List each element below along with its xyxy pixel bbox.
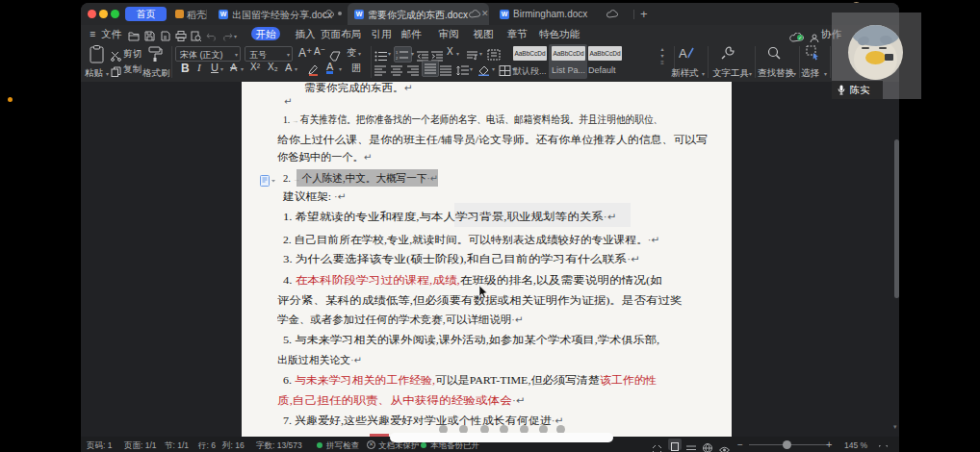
scroll-down-arrow[interactable]: ▾ (893, 423, 897, 431)
wps-writer-icon: W (354, 10, 364, 19)
document-tab[interactable]: W 出国留学经验分享.docx (212, 3, 347, 25)
select-icon[interactable] (806, 45, 821, 64)
cut-label[interactable]: 剪切 (123, 48, 142, 61)
docer-tab[interactable]: 稻壳 (187, 9, 206, 22)
paste-label[interactable]: 粘贴 (85, 67, 103, 80)
copy-icon[interactable] (111, 63, 121, 81)
doc-line: 1.→有关推荐信。把你准备找的一个老师的名字、电话、邮箱资料给我。并且注明他的职… (283, 112, 662, 127)
spellcheck-status-icon[interactable] (317, 442, 322, 448)
status-line: 行: 6 (198, 440, 216, 452)
fit-page-icon[interactable] (879, 440, 888, 452)
participant-name: 陈实 (850, 84, 869, 97)
zoom-percent[interactable]: 145 % (844, 440, 867, 450)
styles-scroll-buttons[interactable]: ▴▾≡ (658, 46, 667, 66)
protect-status-icon[interactable]: ✕ (367, 440, 375, 449)
shading-icon[interactable] (477, 63, 490, 80)
doc-line: 4. 在本科阶段学习过的课程,成绩,在班级的排名,以及需要说明的情况(如 (283, 272, 662, 288)
document-tab-title: 需要你完成的东西.docx (368, 9, 468, 22)
zoom-slider-knob[interactable] (783, 440, 791, 449)
ribbon-tab-6[interactable]: 视图 (472, 27, 496, 40)
ribbon-tab-4[interactable]: 邮件 (400, 27, 424, 40)
doc-line: 1. 希望就读的专业和程度,与本人学习背景,职业规划等的关系·↵ (283, 209, 616, 224)
font-color-button[interactable]: A (326, 61, 333, 74)
ribbon-tab-0[interactable]: 开始 (251, 27, 280, 40)
page-view-icon[interactable] (668, 439, 682, 450)
text-effects-button[interactable]: A (285, 62, 292, 73)
asian-layout-icon[interactable]: X (447, 46, 453, 57)
text-tools-icon[interactable] (720, 45, 735, 64)
vertical-scrollbar-thumb[interactable] (894, 139, 899, 298)
text-tools-label[interactable]: 文字工具 (712, 67, 749, 80)
highlight-color-icon[interactable] (307, 63, 320, 80)
format-painter-icon[interactable] (146, 45, 164, 66)
participant-name-label: 陈实 (832, 81, 883, 99)
ribbon-tab-1[interactable]: 插入 (294, 27, 318, 40)
line-spacing-icon[interactable] (456, 63, 469, 80)
align-center-icon[interactable] (391, 63, 402, 80)
web-view-icon[interactable] (703, 439, 712, 452)
doc-line: 你爸妈中的一个。↵ (277, 149, 372, 164)
distribute-icon[interactable] (440, 63, 451, 80)
font-size-combo[interactable]: 五号 ▾ (245, 46, 293, 62)
cloud-status-icon (469, 10, 481, 18)
wps-window: 首页 稻壳 W 出国留学经验分享.docx W 需要你完成的东西.docx ✕W… (81, 3, 899, 452)
document-tab-title: Birmingham.docx (513, 9, 587, 19)
paste-icon[interactable] (89, 45, 106, 68)
new-style-icon[interactable]: A (679, 45, 695, 64)
bold-button[interactable]: B (181, 62, 190, 75)
find-replace-icon[interactable] (766, 45, 782, 64)
zoom-out-button[interactable]: − (737, 439, 743, 450)
doc-line: 6. 与未来学习相关的工作经验,可以是PART-TIME,但必须写清楚该工作的性 (283, 372, 658, 388)
zoom-window-button[interactable] (111, 10, 119, 18)
select-label[interactable]: 选择 (801, 67, 819, 80)
fullscreen-icon[interactable] (653, 440, 661, 452)
phonetic-guide-icon[interactable]: 变 (347, 46, 356, 60)
copy-label[interactable]: 复制 (123, 63, 142, 76)
subscript-button[interactable]: X₂ (268, 62, 278, 72)
find-replace-label[interactable]: 查找替换 (758, 67, 794, 80)
decrease-font-icon[interactable]: A⁻ (314, 46, 325, 57)
minimize-window-button[interactable] (99, 10, 108, 18)
status-column: 列: 16 (222, 440, 245, 452)
paste-options-icon[interactable] (260, 173, 275, 190)
redo-dropdown-icon[interactable]: ▾ (234, 33, 237, 39)
ribbon-tab-3[interactable]: 引用 (370, 27, 394, 40)
align-left-icon[interactable] (374, 63, 386, 80)
ribbon-tab-8[interactable]: 特色功能 (537, 27, 581, 40)
document-tab[interactable]: W 需要你完成的东西.docx ✕ (348, 3, 489, 25)
numbered-list-icon[interactable]: 12 (394, 46, 412, 63)
outline-view-icon[interactable] (686, 440, 696, 452)
new-tab-button[interactable]: + (640, 7, 648, 21)
close-window-button[interactable] (88, 10, 96, 18)
document-tab[interactable]: W Birmingham.docx (493, 3, 631, 25)
style-card[interactable]: AaBbCcDd (513, 46, 547, 61)
italic-button[interactable]: I (197, 62, 201, 73)
file-menu[interactable]: 文件 (101, 28, 121, 41)
spellcheck-label[interactable]: 拼写检查 (326, 440, 359, 452)
strikethrough-button[interactable]: A (230, 62, 237, 73)
style-card[interactable]: AaBbCcDd (588, 46, 622, 61)
new-style-label[interactable]: 新样式 (671, 67, 699, 80)
close-tab-icon[interactable]: ✕ (481, 9, 489, 18)
eye-protect-icon[interactable] (719, 440, 730, 452)
format-painter-label[interactable]: 格式刷 (142, 67, 170, 80)
borders-icon[interactable] (499, 63, 511, 80)
ribbon-tab-7[interactable]: 章节 (505, 27, 529, 40)
hamburger-menu-icon[interactable]: ≡ (90, 28, 95, 39)
underline-button[interactable]: U (211, 62, 219, 73)
video-call-overlay[interactable]: 陈实 (832, 13, 921, 99)
participant-avatar (848, 25, 903, 80)
font-name-combo[interactable]: 宋体 (正文) ▾ (175, 46, 241, 62)
char-border-button[interactable]: 囲 (351, 62, 361, 75)
ribbon-tab-2[interactable]: 页面布局 (319, 27, 363, 40)
justify-icon[interactable] (422, 61, 439, 77)
align-right-icon[interactable] (407, 63, 419, 80)
ribbon-tab-5[interactable]: 审阅 (437, 27, 461, 40)
zoom-in-button[interactable]: + (826, 439, 832, 450)
document-page[interactable]: 需要你完成的东西。↵↵1.→有关推荐信。把你准备找的一个老师的名字、电话、邮箱资… (242, 82, 732, 437)
backup-status-icon[interactable] (421, 442, 426, 448)
superscript-button[interactable]: X² (250, 62, 260, 72)
increase-font-icon[interactable]: A⁺ (298, 46, 312, 60)
home-tab-button[interactable]: 首页 (125, 7, 167, 21)
style-card[interactable]: AaBbCcDd (552, 46, 585, 61)
